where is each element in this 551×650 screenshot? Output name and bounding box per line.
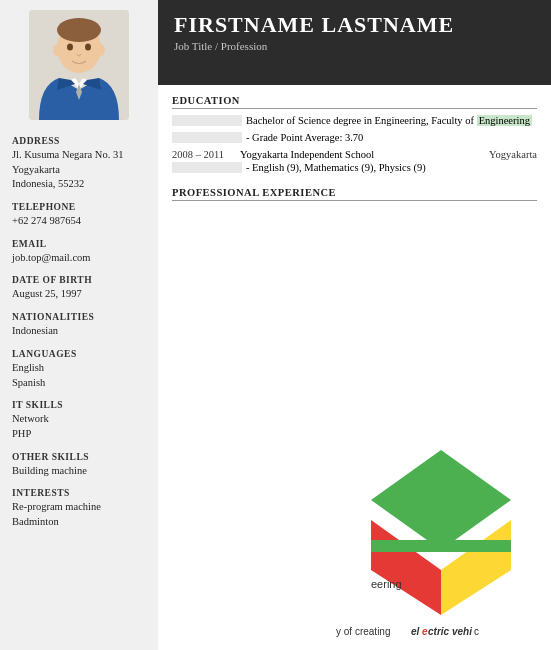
degree-text: Bachelor of Science degree in Engineerin… bbox=[246, 115, 532, 126]
name-block: FIRSTNAME LASTNAME Job Title / Professio… bbox=[174, 12, 535, 52]
interests-value: Re-program machineBadminton bbox=[12, 500, 146, 529]
telephone-section: TELEPHONE +62 274 987654 bbox=[12, 202, 146, 229]
top-bar: FIRSTNAME LASTNAME Job Title / Professio… bbox=[158, 0, 551, 85]
school-name: Yogyakarta Independent School bbox=[232, 149, 489, 160]
school-location: Yogyakarta bbox=[489, 149, 537, 160]
interests-label: INTERESTS bbox=[12, 488, 146, 498]
other-skills-value: Building machine bbox=[12, 464, 146, 479]
dob-label: DATE OF BIRTH bbox=[12, 275, 146, 285]
full-name: FIRSTNAME LASTNAME bbox=[174, 12, 535, 38]
interests-section: INTERESTS Re-program machineBadminton bbox=[12, 488, 146, 529]
email-section: EMAIL job.top@mail.com bbox=[12, 239, 146, 266]
address-value: Jl. Kusuma Negara No. 31YogyakartaIndone… bbox=[12, 148, 146, 192]
svg-point-6 bbox=[85, 44, 91, 51]
avatar-container bbox=[12, 10, 146, 120]
email-label: EMAIL bbox=[12, 239, 146, 249]
school-row: 2008 – 2011 Yogyakarta Independent Schoo… bbox=[172, 149, 537, 160]
company-logo-area: eering y of creating el e ctric vehi c bbox=[331, 440, 551, 650]
svg-text:y of creating: y of creating bbox=[336, 626, 390, 637]
school-dates: 2008 – 2011 bbox=[172, 149, 232, 160]
professional-header: PROFESSIONAL EXPERIENCE bbox=[172, 187, 537, 201]
email-value: job.top@mail.com bbox=[12, 251, 146, 266]
it-skills-section: IT SKILLS NetworkPHP bbox=[12, 400, 146, 441]
it-skills-label: IT SKILLS bbox=[12, 400, 146, 410]
svg-text:c: c bbox=[474, 626, 479, 637]
address-section: ADDRESS Jl. Kusuma Negara No. 31Yogyakar… bbox=[12, 136, 146, 192]
languages-label: LANGUAGES bbox=[12, 349, 146, 359]
nationalities-value: Indonesian bbox=[12, 324, 146, 339]
other-skills-section: OTHER SKILLS Building machine bbox=[12, 452, 146, 479]
edu-entry-degree: Bachelor of Science degree in Engineerin… bbox=[172, 115, 537, 126]
svg-text:el: el bbox=[411, 626, 420, 637]
school-subjects: - English (9), Mathematics (9), Physics … bbox=[246, 162, 426, 173]
svg-point-4 bbox=[97, 44, 105, 56]
dob-section: DATE OF BIRTH August 25, 1997 bbox=[12, 275, 146, 302]
nationalities-label: NATIONALITIES bbox=[12, 312, 146, 322]
other-skills-label: OTHER SKILLS bbox=[12, 452, 146, 462]
telephone-label: TELEPHONE bbox=[12, 202, 146, 212]
languages-value: EnglishSpanish bbox=[12, 361, 146, 390]
avatar bbox=[29, 10, 129, 120]
svg-point-3 bbox=[53, 44, 61, 56]
languages-section: LANGUAGES EnglishSpanish bbox=[12, 349, 146, 390]
main-content: FIRSTNAME LASTNAME Job Title / Professio… bbox=[158, 0, 551, 650]
it-skills-value: NetworkPHP bbox=[12, 412, 146, 441]
company-logo-svg: eering y of creating el e ctric vehi c bbox=[331, 440, 551, 650]
svg-point-2 bbox=[57, 18, 101, 42]
edu-entry-gpa: - Grade Point Average: 3.70 bbox=[172, 132, 537, 143]
svg-text:eering: eering bbox=[371, 578, 402, 590]
address-label: ADDRESS bbox=[12, 136, 146, 146]
education-header: EDUCATION bbox=[172, 95, 537, 109]
job-title: Job Title / Profession bbox=[174, 40, 535, 52]
svg-point-5 bbox=[67, 44, 73, 51]
gpa-text: - Grade Point Average: 3.70 bbox=[246, 132, 363, 143]
dob-value: August 25, 1997 bbox=[12, 287, 146, 302]
edu-entry-school: 2008 – 2011 Yogyakarta Independent Schoo… bbox=[172, 149, 537, 173]
sidebar: ADDRESS Jl. Kusuma Negara No. 31Yogyakar… bbox=[0, 0, 158, 650]
svg-rect-10 bbox=[371, 540, 511, 552]
svg-text:ctric vehi: ctric vehi bbox=[428, 626, 472, 637]
nationalities-section: NATIONALITIES Indonesian bbox=[12, 312, 146, 339]
telephone-value: +62 274 987654 bbox=[12, 214, 146, 229]
